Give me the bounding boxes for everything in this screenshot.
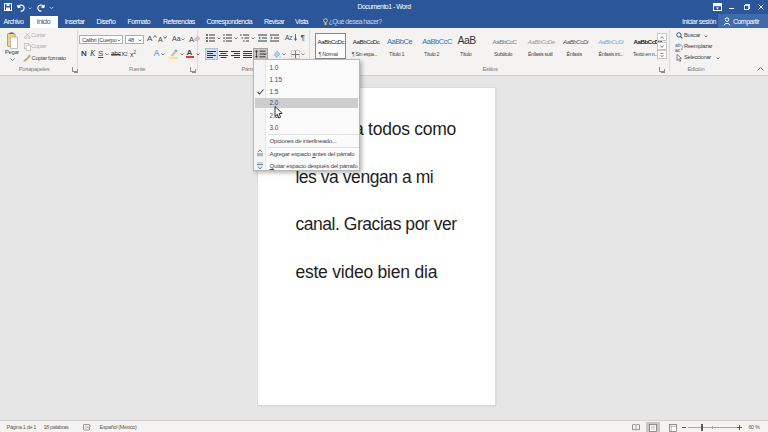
svg-text:ac: ac [675, 47, 681, 52]
